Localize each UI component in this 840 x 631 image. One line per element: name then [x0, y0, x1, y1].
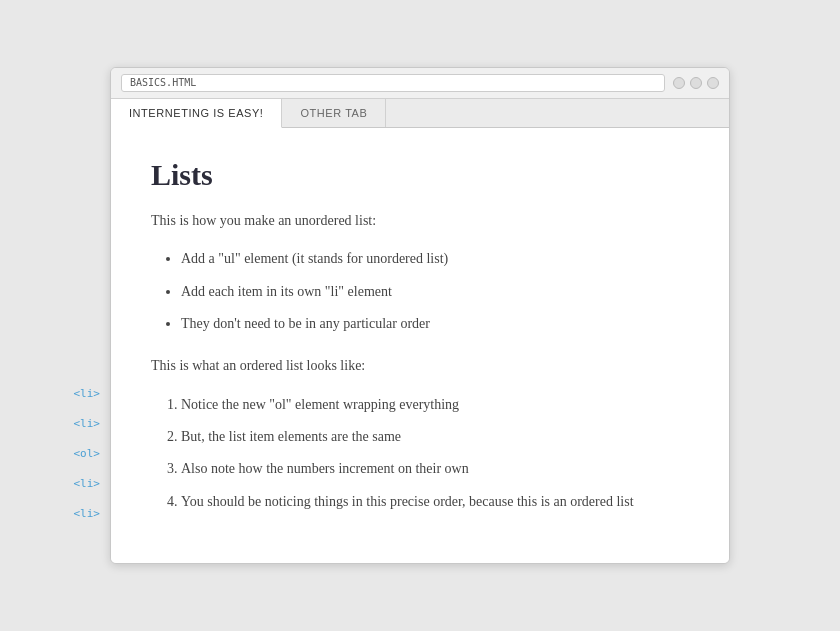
window-controls: [673, 77, 719, 89]
unordered-item-3: They don't need to be in any particular …: [181, 316, 430, 331]
address-bar[interactable]: BASICS.HTML: [121, 74, 665, 92]
unordered-intro: This is how you make an unordered list:: [151, 210, 689, 232]
ordered-item-4: You should be noticing things in this pr…: [181, 494, 634, 509]
browser-window: BASICS.HTML INTERNETING IS EASY! OTHER T…: [110, 67, 730, 565]
minimize-button[interactable]: [690, 77, 702, 89]
ordered-item-2: But, the list item elements are the same: [181, 429, 401, 444]
unordered-item-1: Add a "ul" element (it stands for unorde…: [181, 251, 448, 266]
li-annotation-3: <li>: [74, 477, 101, 490]
tab-bar: INTERNETING IS EASY! OTHER TAB: [111, 99, 729, 128]
ordered-item-3: Also note how the numbers increment on t…: [181, 461, 469, 476]
list-item: Also note how the numbers increment on t…: [181, 458, 689, 480]
list-item: But, the list item elements are the same: [181, 426, 689, 448]
tab-other-label: OTHER TAB: [300, 107, 367, 119]
tab-other[interactable]: OTHER TAB: [282, 99, 386, 127]
li-annotation-4: <li>: [74, 507, 101, 520]
maximize-button[interactable]: [707, 77, 719, 89]
address-text: BASICS.HTML: [130, 77, 196, 88]
li-annotation-2: <li>: [74, 417, 101, 430]
unordered-item-2: Add each item in its own "li" element: [181, 284, 392, 299]
list-item: You should be noticing things in this pr…: [181, 491, 689, 513]
ordered-item-1: Notice the new "ol" element wrapping eve…: [181, 397, 459, 412]
li-annotation-1: <li>: [74, 387, 101, 400]
tab-interneting-label: INTERNETING IS EASY!: [129, 107, 263, 119]
page-content: Lists This is how you make an unordered …: [111, 128, 729, 564]
page-title: Lists: [151, 158, 689, 192]
list-item: Notice the new "ol" element wrapping eve…: [181, 394, 689, 416]
ordered-list: Notice the new "ol" element wrapping eve…: [181, 394, 689, 514]
list-item: Add each item in its own "li" element: [181, 281, 689, 303]
ordered-intro: This is what an ordered list looks like:: [151, 355, 689, 377]
unordered-list: Add a "ul" element (it stands for unorde…: [181, 248, 689, 335]
list-item: They don't need to be in any particular …: [181, 313, 689, 335]
tab-interneting[interactable]: INTERNETING IS EASY!: [111, 99, 282, 128]
list-item: Add a "ul" element (it stands for unorde…: [181, 248, 689, 270]
close-button[interactable]: [673, 77, 685, 89]
titlebar: BASICS.HTML: [111, 68, 729, 99]
ol-annotation: <ol>: [74, 447, 101, 460]
